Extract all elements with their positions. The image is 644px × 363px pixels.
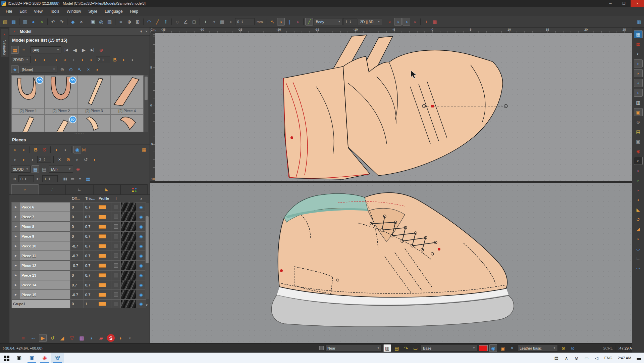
mode-dropdown[interactable]: 2D || 3D▼ — [358, 18, 382, 25]
offset-spinner[interactable]: 0▲▼ — [235, 18, 255, 25]
thumbnail-piece-2[interactable]: 3D — [45, 75, 77, 109]
first-piece-button[interactable]: |◀ — [62, 46, 70, 54]
open-file-icon[interactable]: ▤ — [1, 18, 9, 26]
menu-file[interactable]: File — [2, 8, 16, 15]
taskbar-app-red[interactable]: ◉ — [38, 353, 51, 363]
invert-checkbox[interactable] — [114, 205, 118, 209]
book-icon[interactable]: ▥ — [634, 98, 643, 106]
table-view2-icon[interactable]: ▤ — [40, 165, 48, 173]
model-3d-view[interactable] — [150, 183, 632, 343]
sole-side-icon[interactable]: ◣ — [634, 206, 643, 214]
shoe-green-icon[interactable]: ◗ — [634, 176, 643, 184]
favorites-dropdown[interactable]: (None)▼ — [20, 66, 57, 73]
copy-icon[interactable]: ▣ — [89, 18, 97, 26]
select-ellipse-icon[interactable]: ◌ — [173, 18, 181, 26]
row-index-spinner[interactable]: 1▲▼ — [42, 175, 58, 182]
piece-curve-icon[interactable]: S — [41, 146, 48, 153]
add-blue-piece-icon[interactable]: ◗ — [87, 56, 95, 63]
minimize-button[interactable]: ─ — [604, 0, 617, 7]
thumbnail-piece-6[interactable]: 3D — [45, 115, 77, 132]
table-row-piece-15[interactable]: ▶Piece 15-0.70.7◉ — [11, 290, 148, 300]
knife-icon[interactable]: × — [77, 18, 85, 26]
mini-dropdown-icon[interactable]: ▾ — [77, 176, 83, 182]
pattern-2d-view[interactable] — [155, 33, 632, 181]
bulb-add-icon[interactable]: ⊕ — [125, 18, 133, 26]
curve-gray-icon[interactable]: ∟ — [634, 254, 643, 262]
move-tool-icon[interactable]: + — [202, 18, 209, 26]
network-icon[interactable]: ▭ — [582, 353, 592, 363]
table-view-icon[interactable]: ▦ — [32, 165, 39, 173]
edit-piece-icon[interactable]: ◗ — [78, 56, 86, 63]
tab-soles[interactable]: ◣ — [93, 184, 120, 194]
last-row-icon[interactable]: ▶| — [35, 176, 41, 182]
shoe-select-icon[interactable]: ◗ — [277, 18, 285, 26]
pencil-icon[interactable]: ╱ — [154, 18, 161, 26]
table-row-piece-8[interactable]: ▶Piece 800.7◉ — [11, 222, 148, 231]
flag-redwhite-icon[interactable]: ▰ — [97, 334, 105, 342]
thumbnail-piece-4[interactable] — [111, 75, 144, 109]
shoes-blue-icon[interactable]: ◗ — [88, 334, 95, 342]
table-scrollbar[interactable] — [145, 203, 149, 299]
paste-icon[interactable]: ▨ — [106, 18, 113, 26]
body-dropdown[interactable]: Body▼ — [314, 18, 342, 25]
prev-piece-button[interactable]: ◀ — [71, 46, 79, 54]
piece-ghost-icon[interactable]: ◗ — [61, 146, 69, 153]
shoe-orange-icon[interactable]: ◗ — [93, 65, 101, 73]
thumbnail-piece-7[interactable] — [78, 115, 111, 132]
eraser-icon[interactable]: ◆ — [69, 18, 77, 26]
tab-stitches[interactable]: ∴ — [39, 184, 66, 194]
last-hat-icon[interactable]: ◠ — [145, 18, 153, 26]
visibility-icon[interactable]: ◉ — [489, 344, 497, 352]
table-row-grupo1[interactable]: Grupo101◉ — [11, 300, 148, 308]
shoe-x-icon[interactable]: ◗ — [91, 155, 98, 163]
add-plus-icon[interactable]: + — [422, 18, 430, 26]
print-icon[interactable]: ▥ — [21, 18, 29, 26]
pages-icon[interactable]: ▣ — [634, 137, 643, 145]
shoe-marker-icon[interactable]: ◗ — [294, 18, 302, 26]
material-dropdown[interactable]: Leather basic▼ — [518, 345, 558, 352]
cursor-select-icon[interactable]: ↖ — [76, 65, 84, 73]
layers-yellow-icon[interactable]: ▤ — [393, 344, 400, 352]
pieces-view-mode-dropdown[interactable]: 2D/3D▼ — [11, 166, 31, 173]
language-indicator[interactable]: ENG — [602, 356, 615, 360]
delete-points-icon[interactable]: × — [85, 65, 92, 73]
onedrive-icon[interactable]: ⊙ — [572, 353, 582, 363]
hatch-tool-icon[interactable]: ▩ — [218, 18, 226, 26]
table-row-piece-9[interactable]: ▶Piece 900.7◉ — [11, 231, 148, 241]
piece-remove-icon[interactable]: ◖ — [20, 146, 28, 153]
pieces-count-spinner[interactable]: 2▲▼ — [37, 156, 51, 163]
thumbnail-list-view-icon[interactable]: ≡ — [20, 46, 28, 54]
remove-piece-icon[interactable]: ◖ — [40, 56, 48, 63]
flip-yellow-icon[interactable]: ↷ — [402, 344, 410, 352]
navigator-tab[interactable]: ◗ Navigator — [1, 30, 8, 57]
table-row-piece-10[interactable]: ▶Piece 10-0.70.7◉ — [11, 241, 148, 251]
thumbnail-piece-5[interactable] — [12, 115, 45, 132]
menu-help[interactable]: Help — [126, 8, 142, 15]
redo-icon[interactable]: ↷ — [58, 18, 65, 26]
table-scroll-down-icon[interactable]: ▼ — [145, 304, 148, 307]
last-piece-button[interactable]: ▶| — [89, 46, 96, 54]
bar-wide-icon[interactable]: ▭ — [69, 176, 76, 182]
menu-language[interactable]: Language — [101, 8, 126, 15]
table-row-piece-14[interactable]: ▶Piece 140.70.7◉ — [11, 280, 148, 290]
pencil-green-icon[interactable]: ╱ — [305, 18, 313, 26]
taskbar-app-icad3d[interactable]: ICad3d — [51, 353, 64, 363]
base-dropdown[interactable]: Base▼ — [421, 345, 477, 352]
table-row-piece-13[interactable]: ▶Piece 1300.7◉ — [11, 270, 148, 280]
texture-thumb[interactable] — [121, 202, 136, 212]
piece-count-spinner[interactable]: 2▲▼ — [96, 56, 110, 63]
undo-icon[interactable]: ↶ — [49, 18, 57, 26]
heel-orange-icon[interactable]: ◢ — [634, 225, 643, 233]
shoes-pair-icon[interactable]: ◑ — [402, 18, 410, 26]
widgets-icon[interactable]: ▤ — [551, 353, 561, 363]
brushes-icon[interactable]: ∥ — [285, 18, 293, 26]
shoe-eye-orange-icon[interactable]: ◗ — [634, 235, 643, 243]
shoe-plain2-icon[interactable]: ◗ — [73, 155, 81, 163]
select-box-icon[interactable]: □ — [190, 18, 198, 26]
near-dropdown[interactable]: Near▼ — [325, 345, 382, 352]
first-row-icon[interactable]: |◀ — [11, 176, 17, 182]
barcode-icon[interactable]: ▥ — [383, 344, 391, 352]
locate-piece-icon[interactable]: ⊕ — [97, 46, 105, 54]
table-row-piece-6[interactable]: ▶Piece 600.7◉ — [11, 202, 148, 212]
frame-lock-icon[interactable]: ▣ — [634, 108, 643, 116]
